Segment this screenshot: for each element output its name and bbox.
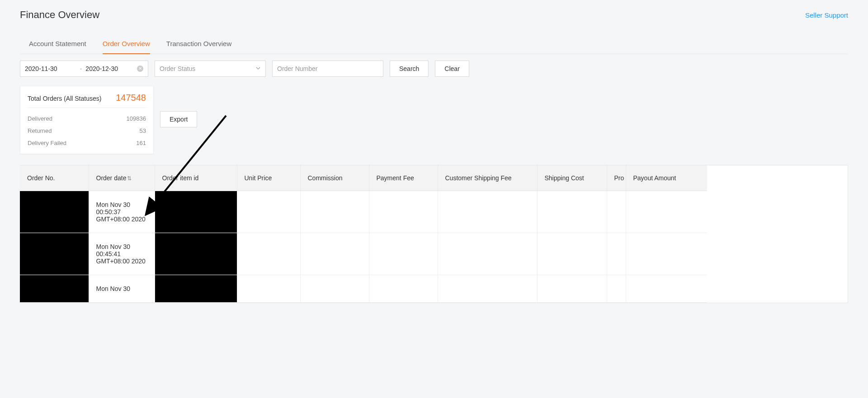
- cell-ship-cost: [537, 191, 607, 233]
- cell-ship-cost: [537, 233, 607, 275]
- search-button[interactable]: Search: [390, 61, 429, 77]
- cell-payment-fee: [369, 275, 438, 303]
- tabs: Account Statement Order Overview Transac…: [20, 34, 848, 54]
- summary-label: Delivered: [28, 115, 52, 122]
- col-order-item-id[interactable]: Order item id: [155, 165, 237, 191]
- date-sep: -: [76, 65, 86, 72]
- date-to: 2020-12-30: [85, 65, 137, 72]
- cell-cust-ship: [438, 191, 537, 233]
- cell-commission: [300, 233, 369, 275]
- order-number-input-wrap: [272, 61, 383, 77]
- cell-unit-price: [237, 233, 300, 275]
- clear-button[interactable]: Clear: [435, 61, 469, 77]
- cell-unit-price: [237, 275, 300, 303]
- col-customer-shipping-fee[interactable]: Customer Shipping Fee: [438, 165, 537, 191]
- date-from: 2020-11-30: [25, 65, 76, 72]
- cell-payment-fee: [369, 191, 438, 233]
- filter-bar: 2020-11-30 - 2020-12-30 ✕ Order Status S…: [20, 61, 848, 77]
- cell-order-date: Mon Nov 30 00:50:37 GMT+08:00 2020: [89, 191, 155, 233]
- total-orders-value: 147548: [116, 93, 146, 103]
- cell-unit-price: [237, 191, 300, 233]
- col-order-date[interactable]: Order date⇅: [89, 165, 155, 191]
- order-status-placeholder: Order Status: [160, 65, 195, 72]
- cell-order-date: Mon Nov 30: [89, 275, 155, 303]
- cell-payout: [626, 191, 707, 233]
- col-order-no[interactable]: Order No.: [20, 165, 89, 191]
- order-status-select[interactable]: Order Status: [155, 61, 266, 77]
- col-pro[interactable]: Pro: [607, 165, 626, 191]
- cell-order-item-id: [155, 233, 237, 275]
- cell-order-item-id: [155, 191, 237, 233]
- seller-support-link[interactable]: Seller Support: [805, 11, 848, 19]
- cell-order-no: [20, 233, 89, 275]
- cell-payout: [626, 275, 707, 303]
- orders-table: Order No. Order date⇅ Order item id Unit…: [20, 165, 707, 303]
- summary-row-returned: Returned 53: [28, 125, 146, 137]
- table-row: Mon Nov 30 00:45:41 GMT+08:00 2020: [20, 233, 707, 275]
- cell-pro: [607, 275, 626, 303]
- table-header-row: Order No. Order date⇅ Order item id Unit…: [20, 165, 707, 191]
- table-row: Mon Nov 30: [20, 275, 707, 303]
- cell-pro: [607, 233, 626, 275]
- order-summary-card: Total Orders (All Statuses) 147548 Deliv…: [20, 86, 154, 154]
- summary-row-delivered: Delivered 109836: [28, 112, 146, 125]
- tab-order-overview[interactable]: Order Overview: [103, 34, 150, 54]
- chevron-down-icon: [255, 65, 261, 72]
- summary-label: Delivery Failed: [28, 140, 66, 146]
- col-shipping-cost[interactable]: Shipping Cost: [537, 165, 607, 191]
- orders-table-wrap: Order No. Order date⇅ Order item id Unit…: [20, 165, 848, 303]
- cell-cust-ship: [438, 275, 537, 303]
- page-title: Finance Overview: [20, 9, 99, 21]
- col-payment-fee[interactable]: Payment Fee: [369, 165, 438, 191]
- cell-order-date: Mon Nov 30 00:45:41 GMT+08:00 2020: [89, 233, 155, 275]
- cell-ship-cost: [537, 275, 607, 303]
- cell-commission: [300, 275, 369, 303]
- export-button[interactable]: Export: [160, 111, 197, 127]
- col-order-date-label: Order date: [96, 174, 127, 182]
- summary-value: 109836: [127, 115, 146, 122]
- cell-payout: [626, 233, 707, 275]
- date-range-picker[interactable]: 2020-11-30 - 2020-12-30 ✕: [20, 61, 148, 77]
- col-commission[interactable]: Commission: [300, 165, 369, 191]
- summary-row-delivery-failed: Delivery Failed 161: [28, 137, 146, 149]
- cell-cust-ship: [438, 233, 537, 275]
- clear-date-icon[interactable]: ✕: [137, 66, 143, 72]
- table-row: Mon Nov 30 00:50:37 GMT+08:00 2020: [20, 191, 707, 233]
- tab-transaction-overview[interactable]: Transaction Overview: [166, 34, 232, 54]
- sort-icon: ⇅: [127, 175, 132, 182]
- summary-value: 161: [136, 140, 146, 146]
- cell-payment-fee: [369, 233, 438, 275]
- cell-order-no: [20, 275, 89, 303]
- summary-label: Returned: [28, 127, 52, 134]
- summary-value: 53: [140, 127, 146, 134]
- col-unit-price[interactable]: Unit Price: [237, 165, 300, 191]
- order-number-input[interactable]: [277, 65, 378, 72]
- col-payout-amount[interactable]: Payout Amount: [626, 165, 707, 191]
- total-orders-label: Total Orders (All Statuses): [28, 95, 101, 102]
- cell-order-no: [20, 191, 89, 233]
- cell-order-item-id: [155, 275, 237, 303]
- cell-pro: [607, 191, 626, 233]
- tab-account-statement[interactable]: Account Statement: [29, 34, 86, 54]
- cell-commission: [300, 191, 369, 233]
